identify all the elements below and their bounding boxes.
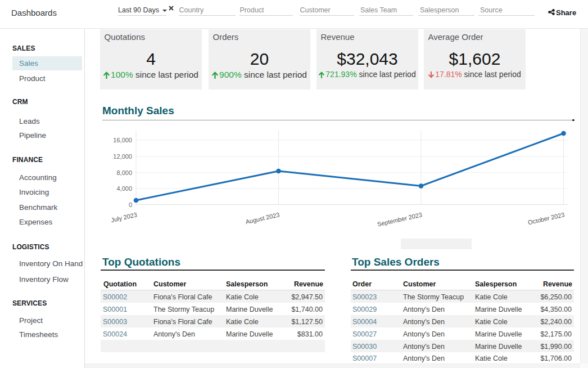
- svg-text:September 2023: September 2023: [377, 211, 423, 227]
- svg-text:4,000: 4,000: [116, 185, 132, 192]
- svg-text:12,000: 12,000: [113, 153, 132, 160]
- svg-text:0: 0: [129, 201, 132, 208]
- svg-text:August 2023: August 2023: [245, 211, 281, 225]
- svg-text:8,000: 8,000: [116, 169, 132, 176]
- svg-text:October 2023: October 2023: [527, 211, 566, 226]
- svg-text:July 2023: July 2023: [110, 211, 138, 223]
- svg-text:16,000: 16,000: [113, 137, 132, 143]
